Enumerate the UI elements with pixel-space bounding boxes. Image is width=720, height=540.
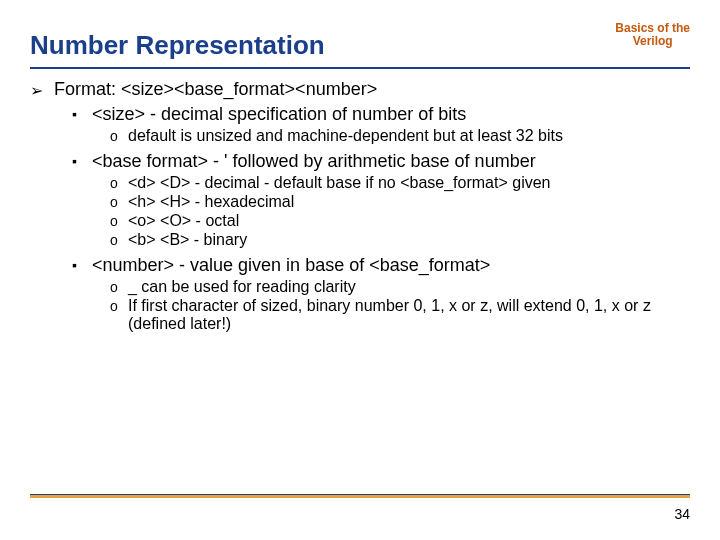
title-rule (30, 67, 690, 69)
number-sub-1: If first character of sized, binary numb… (110, 297, 690, 333)
bullet-size-text: <size> - decimal specification of number… (92, 104, 466, 124)
bullet-number-text: <number> - value given in base of <base_… (92, 255, 490, 275)
base-sub-2: <o> <O> - octal (110, 212, 690, 230)
page-number: 34 (674, 506, 690, 522)
base-sub-0: <d> <D> - decimal - default base if no <… (110, 174, 690, 192)
subtitle-line-2: Verilog (633, 34, 673, 48)
size-sub-0: default is unsized and machine-dependent… (110, 127, 690, 145)
bullet-number: <number> - value given in base of <base_… (72, 255, 690, 333)
slide-title: Number Representation (30, 30, 325, 61)
format-text: Format: <size><base_format><number> (54, 79, 377, 99)
bullet-baseformat-text: <base format> - ' followed by arithmetic… (92, 151, 536, 171)
number-sub-0: _ can be used for reading clarity (110, 278, 690, 296)
bullet-baseformat: <base format> - ' followed by arithmetic… (72, 151, 690, 249)
footer-rule (30, 494, 690, 498)
bullet-size: <size> - decimal specification of number… (72, 104, 690, 145)
slide-subtitle: Basics of the Verilog (615, 22, 690, 48)
base-sub-3: <b> <B> - binary (110, 231, 690, 249)
slide-content: Format: <size><base_format><number> <siz… (30, 79, 690, 333)
subtitle-line-1: Basics of the (615, 21, 690, 35)
bullet-format: Format: <size><base_format><number> <siz… (30, 79, 690, 333)
slide-header: Number Representation Basics of the Veri… (30, 18, 690, 61)
base-sub-1: <h> <H> - hexadecimal (110, 193, 690, 211)
